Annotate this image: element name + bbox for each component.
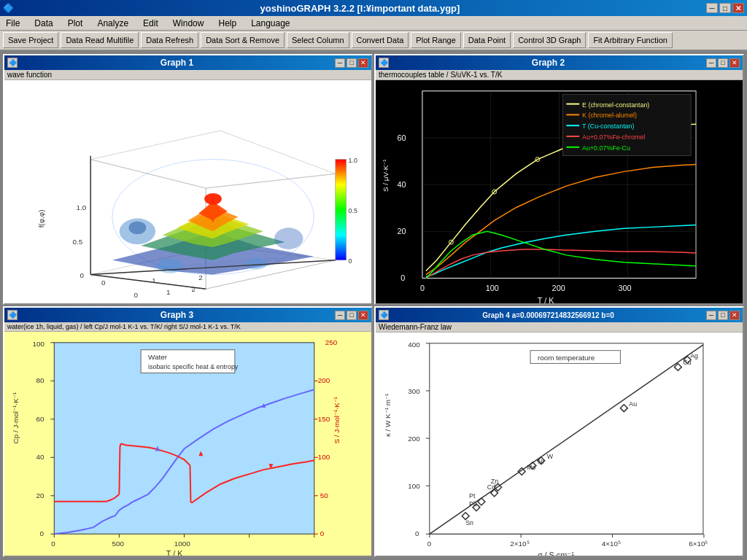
graph3-minimize[interactable]: ─ bbox=[335, 311, 345, 320]
svg-text:60: 60 bbox=[36, 415, 45, 423]
svg-text:0: 0 bbox=[101, 279, 106, 287]
svg-text:Ag: Ag bbox=[690, 352, 698, 359]
svg-text:20: 20 bbox=[397, 227, 406, 236]
svg-text:60: 60 bbox=[397, 133, 406, 142]
svg-text:0: 0 bbox=[80, 271, 84, 279]
graph1-subtitle: wave function bbox=[4, 70, 371, 80]
svg-text:Cu: Cu bbox=[683, 359, 691, 366]
svg-text:0: 0 bbox=[39, 529, 44, 537]
svg-text:0: 0 bbox=[320, 529, 325, 537]
graph1-maximize[interactable]: □ bbox=[347, 58, 357, 68]
graph4-minimize[interactable]: ─ bbox=[706, 311, 716, 320]
svg-text:1.0: 1.0 bbox=[77, 203, 87, 211]
svg-text:f(φ,φ): f(φ,φ) bbox=[37, 210, 45, 228]
graph1-close[interactable]: ✕ bbox=[358, 58, 368, 68]
toolbar-btn-plot-range[interactable]: Plot Range bbox=[411, 32, 460, 48]
graph1-svg: 0 0.5 1.0 f(φ,φ) 0 1 2 0 1 2 bbox=[4, 80, 371, 303]
graph4-maximize[interactable]: □ bbox=[718, 311, 728, 320]
graph2-svg: 0 100 200 300 T / K 0 20 40 60 S / μV·K⁻… bbox=[376, 80, 743, 303]
toolbar-btn-data-point[interactable]: Data Point bbox=[463, 32, 511, 48]
svg-text:40: 40 bbox=[397, 180, 406, 189]
svg-text:Sn: Sn bbox=[465, 519, 473, 526]
graph3-svg: Water isobaric specific heat & entropy bbox=[4, 332, 371, 556]
toolbar-btn-save-project[interactable]: Save Project bbox=[3, 32, 58, 48]
svg-text:Pb: Pb bbox=[469, 500, 477, 508]
svg-text:σ / S cm⁻¹: σ / S cm⁻¹ bbox=[538, 551, 574, 556]
graph1-canvas[interactable]: 0 0.5 1.0 f(φ,φ) 0 1 2 0 1 2 bbox=[4, 80, 371, 303]
svg-text:100: 100 bbox=[33, 340, 45, 348]
svg-text:T (Cu-constantan): T (Cu-constantan) bbox=[582, 122, 634, 130]
svg-text:150: 150 bbox=[318, 415, 330, 423]
graph1-icon: 🔷 bbox=[7, 58, 18, 68]
toolbar-btn-fit-arbitrary-function[interactable]: Fit Arbitrary Function bbox=[588, 32, 672, 48]
svg-text:0: 0 bbox=[133, 291, 138, 299]
graph2-titlebar: 🔷 Graph 2 ─ □ ✕ bbox=[376, 55, 743, 70]
menu-item-plot[interactable]: Plot bbox=[65, 18, 86, 29]
svg-text:T / K: T / K bbox=[166, 549, 184, 556]
toolbar-btn-data-read-multifile[interactable]: Data Read Multifile bbox=[61, 32, 139, 48]
svg-text:200: 200 bbox=[552, 284, 565, 292]
graph4-panel: 🔷 Graph 4 a=0.000697214832566912 b=0 ─ □… bbox=[374, 306, 744, 557]
maximize-button[interactable]: □ bbox=[719, 3, 731, 13]
graph1-titlebar: 🔷 Graph 1 ─ □ ✕ bbox=[4, 55, 371, 70]
graph3-canvas[interactable]: Water isobaric specific heat & entropy bbox=[4, 332, 371, 556]
svg-text:80: 80 bbox=[36, 376, 45, 384]
svg-text:2: 2 bbox=[198, 273, 202, 281]
graph4-icon: 🔷 bbox=[379, 310, 389, 320]
toolbar-btn-select-column[interactable]: Select Column bbox=[287, 32, 349, 48]
svg-text:Mo: Mo bbox=[527, 464, 535, 471]
graph3-panel: 🔷 Graph 3 ─ □ ✕ water(ice 1h, liquid, ga… bbox=[3, 306, 373, 557]
menu-item-window[interactable]: Window bbox=[170, 18, 207, 29]
graph2-canvas[interactable]: 0 100 200 300 T / K 0 20 40 60 S / μV·K⁻… bbox=[376, 80, 743, 303]
graph2-controls: ─ □ ✕ bbox=[706, 58, 740, 68]
graph3-maximize[interactable]: □ bbox=[347, 311, 357, 320]
title-bar: 🔷 yoshinoGRAPH 3.2.2 [I:¥important data.… bbox=[0, 0, 747, 16]
svg-text:1000: 1000 bbox=[174, 540, 191, 548]
svg-text:0: 0 bbox=[415, 529, 419, 537]
svg-rect-34 bbox=[336, 160, 347, 260]
toolbar: Save ProjectData Read MultifileData Refr… bbox=[0, 31, 747, 51]
graph1-minimize[interactable]: ─ bbox=[335, 58, 345, 68]
close-button[interactable]: ✕ bbox=[732, 3, 744, 13]
menu-item-edit[interactable]: Edit bbox=[140, 18, 161, 29]
svg-text:100: 100 bbox=[486, 284, 499, 292]
graph2-minimize[interactable]: ─ bbox=[706, 58, 716, 68]
toolbar-btn-data-sort-&-remove[interactable]: Data Sort & Remove bbox=[201, 32, 285, 48]
svg-text:1: 1 bbox=[152, 276, 155, 284]
svg-text:Water: Water bbox=[148, 353, 168, 361]
graph4-subtitle: Wiedemann-Franz law bbox=[376, 322, 743, 332]
svg-text:Cp / J·mol⁻¹·K⁻¹: Cp / J·mol⁻¹·K⁻¹ bbox=[12, 392, 20, 443]
svg-text:20: 20 bbox=[36, 491, 45, 499]
svg-text:Au: Au bbox=[629, 400, 637, 408]
svg-text:50: 50 bbox=[320, 491, 329, 499]
graph3-titlebar: 🔷 Graph 3 ─ □ ✕ bbox=[4, 308, 371, 322]
menu-item-help[interactable]: Help bbox=[215, 18, 239, 29]
toolbar-btn-convert-data[interactable]: Convert Data bbox=[352, 32, 409, 48]
toolbar-btn-data-refresh[interactable]: Data Refresh bbox=[141, 32, 198, 48]
svg-text:1.0: 1.0 bbox=[349, 157, 357, 164]
graph1-panel: 🔷 Graph 1 ─ □ ✕ wave function bbox=[3, 54, 373, 305]
menu-item-language[interactable]: Language bbox=[248, 18, 293, 29]
graph2-close[interactable]: ✕ bbox=[729, 58, 740, 68]
graph1-controls: ─ □ ✕ bbox=[335, 58, 368, 68]
svg-text:1: 1 bbox=[166, 288, 170, 296]
menu-item-analyze[interactable]: Analyze bbox=[94, 18, 131, 29]
graph3-close[interactable]: ✕ bbox=[358, 311, 368, 320]
graph1-title: Graph 1 bbox=[19, 58, 335, 68]
app-title: yoshinoGRAPH 3.2.2 [I:¥important data.yg… bbox=[14, 3, 706, 14]
menu-item-data[interactable]: Data bbox=[31, 18, 55, 29]
graph4-canvas[interactable]: room temperature Ag Cu Au W bbox=[376, 332, 743, 556]
graph3-controls: ─ □ ✕ bbox=[335, 311, 368, 320]
toolbar-btn-control-3d-graph[interactable]: Control 3D Graph bbox=[513, 32, 586, 48]
app-icon: 🔷 bbox=[3, 3, 14, 13]
svg-text:4×10⁵: 4×10⁵ bbox=[602, 540, 621, 548]
svg-text:0.5: 0.5 bbox=[349, 207, 357, 214]
svg-text:100: 100 bbox=[408, 482, 420, 490]
graph2-maximize[interactable]: □ bbox=[718, 58, 728, 68]
graph4-close[interactable]: ✕ bbox=[729, 311, 740, 320]
minimize-button[interactable]: ─ bbox=[706, 3, 718, 13]
svg-text:S / J·mol⁻¹·K⁻¹: S / J·mol⁻¹·K⁻¹ bbox=[333, 396, 341, 443]
graph3-icon: 🔷 bbox=[7, 310, 18, 320]
svg-text:Au+0.07%Fe-chromel: Au+0.07%Fe-chromel bbox=[582, 133, 645, 141]
menu-item-file[interactable]: File bbox=[3, 18, 23, 29]
